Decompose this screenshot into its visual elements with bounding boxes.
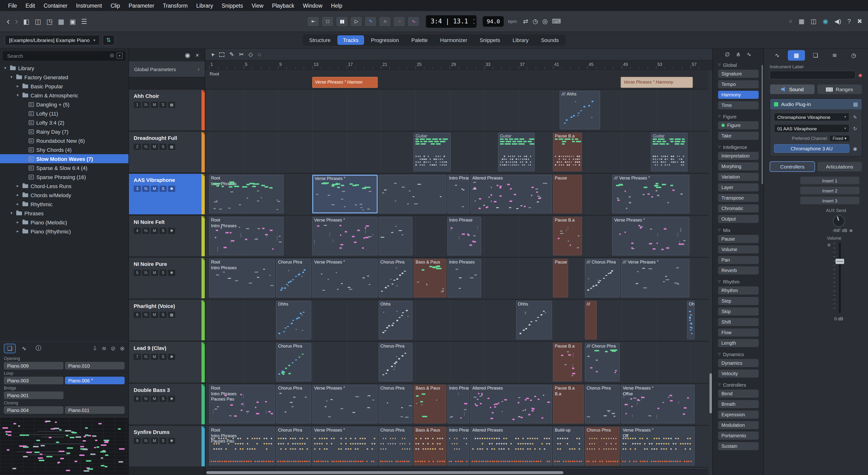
- clip-pause-b-a[interactable]: Pause B.a: [553, 343, 582, 381]
- tree-item-shy-chords-4[interactable]: Shy Chords (4): [0, 145, 128, 154]
- eraser-tool[interactable]: ◇: [249, 51, 253, 58]
- solo-button[interactable]: S: [159, 228, 167, 234]
- clip-bass-paus[interactable]: Bass & Paus: [414, 427, 446, 466]
- clip-guitar[interactable]: Guitar: [414, 133, 451, 171]
- param-time[interactable]: Time: [718, 101, 759, 109]
- aux-send-knob[interactable]: [833, 215, 845, 227]
- menu-transform[interactable]: Transform: [158, 3, 192, 8]
- tab-sounds[interactable]: Sounds: [535, 35, 565, 45]
- import-phrase-icon[interactable]: ⇩: [93, 345, 97, 352]
- tab-progression[interactable]: Progression: [365, 35, 405, 45]
- plugin-grid-icon[interactable]: ▦: [853, 101, 858, 107]
- clip-intro-phrases[interactable]: Intro Phrases: [447, 427, 469, 466]
- instrument-name-input[interactable]: [770, 71, 855, 79]
- pool-chip-piano-010[interactable]: Piano.010: [65, 362, 125, 370]
- clip-verse-phrases[interactable]: ///Verse Phrases °: [621, 259, 689, 297]
- tree-item-dangling-5[interactable]: Dangling + (5): [0, 100, 128, 109]
- solo-button[interactable]: S: [159, 354, 167, 360]
- param-flow[interactable]: Flow: [718, 328, 759, 337]
- clip-chorus-phra[interactable]: Chorus Phra: [276, 385, 311, 423]
- clip-root[interactable]: RootIntro Phrases: [209, 175, 284, 213]
- track-ni-noire-pure[interactable]: NI Noire Pure5\\\MS✱: [129, 258, 205, 298]
- tree-item-piano-rhythmic[interactable]: ▸Piano (Rhythmic): [0, 227, 128, 236]
- clip-chorus-phra[interactable]: Chorus Phra: [378, 427, 413, 466]
- clip-chorus-phra[interactable]: ///Chorus Phra: [585, 343, 620, 381]
- track-double-bass-3[interactable]: Double Bass 38\\\MS✱: [129, 384, 205, 424]
- wrench-icon[interactable]: ✱: [168, 354, 175, 360]
- tempo-display[interactable]: 94.0: [483, 16, 504, 27]
- tree-item-lofty-11[interactable]: Lofty (11): [0, 109, 128, 118]
- param-expression[interactable]: Expression: [718, 411, 759, 419]
- mute-button[interactable]: M: [151, 186, 158, 192]
- param-figure[interactable]: Figure: [718, 121, 759, 129]
- menu-snippets[interactable]: Snippets: [217, 3, 247, 8]
- tree-item-sparse-slow-6-4-4[interactable]: Sparse & Slow 6:4 (4): [0, 163, 128, 172]
- aux-bypass-icon[interactable]: ⊗: [849, 228, 853, 233]
- clip-intro-phrases[interactable]: Intro Phrases: [447, 259, 482, 297]
- metronome-icon[interactable]: ◎: [542, 18, 548, 25]
- tree-item-phrases[interactable]: ▾Phrases: [0, 209, 128, 218]
- pointer-tool[interactable]: ➤: [209, 51, 216, 58]
- timeline-ruler[interactable]: 159131721252933374145495357: [205, 60, 712, 70]
- sound-tab[interactable]: Sound: [770, 84, 815, 95]
- clip-x[interactable]: ///: [585, 301, 596, 340]
- param-shift[interactable]: Shift: [718, 318, 759, 326]
- wrench-icon[interactable]: ✱: [168, 396, 175, 402]
- param-velocity[interactable]: Velocity: [718, 370, 759, 378]
- menu-library[interactable]: Library: [192, 3, 217, 8]
- menu-clip[interactable]: Clip: [106, 3, 124, 8]
- detach-window-icon[interactable]: ×: [789, 18, 792, 25]
- pool-chip-piano-004[interactable]: Piano.004: [4, 406, 63, 414]
- clip-ohhs[interactable]: Ohhs: [276, 301, 311, 340]
- clip-chorus-phra[interactable]: Chorus Phra: [585, 385, 620, 423]
- solo-button[interactable]: S: [159, 270, 167, 276]
- param-chromatic[interactable]: Chromatic: [718, 204, 759, 213]
- param-section-dynamics[interactable]: ▽Dynamics: [718, 349, 759, 359]
- play-button[interactable]: ▷: [350, 16, 362, 27]
- slider-thumb[interactable]: [836, 259, 844, 264]
- menu-parameter[interactable]: Parameter: [124, 3, 158, 8]
- param-tempo[interactable]: Tempo: [718, 80, 759, 88]
- param-bend[interactable]: Bend: [718, 389, 759, 398]
- clip-verse-phrases[interactable]: Verse Phrases °: [312, 259, 377, 297]
- edit-mode-icon[interactable]: ▣: [69, 18, 76, 25]
- audio-engine-icon[interactable]: ◀): [834, 18, 841, 25]
- mute-button[interactable]: M: [151, 354, 158, 360]
- menu-help[interactable]: Help: [327, 3, 347, 8]
- preferred-channel-select[interactable]: Fixed ▾: [830, 135, 849, 141]
- tab-palette[interactable]: Palette: [406, 35, 434, 45]
- mute-button[interactable]: M: [151, 270, 158, 276]
- clip-verse-phrases[interactable]: Verse Phrases °: [312, 385, 377, 423]
- pause-button[interactable]: ▮▮: [336, 16, 348, 27]
- pool-chip-piano-006[interactable]: Piano.006 °: [65, 377, 125, 384]
- global-sound-icon[interactable]: ◉: [823, 18, 828, 25]
- clip-chorus-phra[interactable]: Chorus Phra: [585, 427, 620, 466]
- clip-chorus-phra[interactable]: Chorus Phra: [276, 259, 311, 297]
- sound-chart-tab[interactable]: ∿: [769, 50, 786, 61]
- grid-view-icon[interactable]: ▦: [58, 18, 64, 25]
- go-start-button[interactable]: ⇤: [307, 16, 319, 27]
- articulations-tab[interactable]: Articulations: [817, 161, 862, 172]
- tree-item-rhythmic[interactable]: ▸Rhythmic: [0, 199, 128, 209]
- tree-item-calm-atmospheric[interactable]: ▾Calm & Atmospheric: [0, 91, 128, 100]
- parameter-scrollbar[interactable]: [762, 65, 763, 184]
- wrench-icon[interactable]: ✱: [168, 270, 175, 276]
- monitor-button[interactable]: ∩: [379, 16, 391, 27]
- clip-chorus-phra[interactable]: Chorus Phra: [378, 259, 413, 297]
- piano-icon[interactable]: ▦: [168, 102, 175, 108]
- engine-tools-icon[interactable]: ✖: [857, 18, 862, 25]
- param-interpretation[interactable]: Interpretation: [718, 152, 759, 160]
- tree-item-rainy-day-7[interactable]: Rainy Day (7): [0, 127, 128, 136]
- controllers-tab[interactable]: Controllers: [770, 161, 815, 172]
- label-color-icon[interactable]: ◆: [858, 72, 862, 78]
- time-spinner[interactable]: ▴▾: [473, 17, 474, 25]
- library-tab[interactable]: ❏: [807, 50, 824, 61]
- clip-verse-phrases[interactable]: Verse Phrases °Offse: [621, 385, 694, 423]
- param-section-controllers[interactable]: ▽Controllers: [718, 380, 759, 389]
- forward-button[interactable]: ›: [15, 17, 18, 26]
- clip-chorus-phra[interactable]: Chorus Phra: [276, 427, 311, 466]
- tree-chevron-icon[interactable]: ▾: [9, 75, 14, 79]
- menu-file[interactable]: File: [4, 3, 21, 8]
- clip-chorus-phra[interactable]: ///Chorus Phra: [585, 259, 620, 297]
- mute-button[interactable]: M: [151, 396, 158, 402]
